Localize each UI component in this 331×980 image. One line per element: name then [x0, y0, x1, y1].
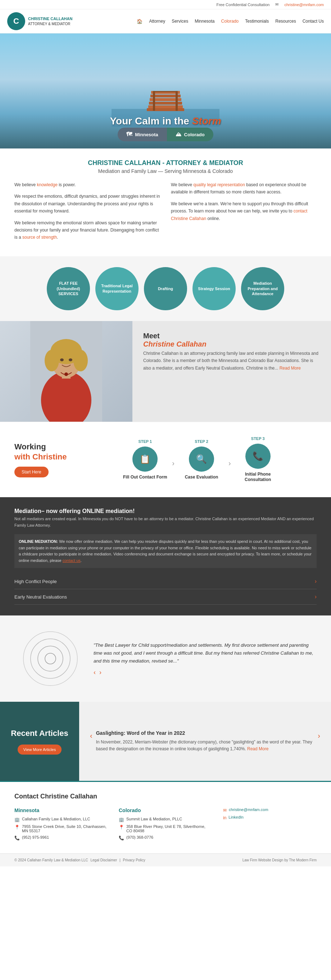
contact-col-co: Colorado 🏢 Summit Law & Mediation, PLLC …: [119, 807, 212, 843]
step-arrow-2: ›: [229, 459, 231, 467]
about-title: CHRISTINE CALLAHAN - ATTORNEY & MEDIATOR: [14, 159, 317, 167]
top-bar: Free Confidential Consultation ✉ christi…: [0, 0, 331, 10]
contact-cols: Minnesota 🏢 Callahan Family Law & Mediat…: [14, 807, 317, 843]
nav-colorado[interactable]: Colorado: [221, 19, 239, 24]
view-articles-button[interactable]: View More Articles: [18, 745, 62, 755]
next-article[interactable]: ›: [318, 732, 320, 740]
nav-services[interactable]: Services: [172, 19, 188, 24]
legal-disclaimer-link[interactable]: Legal Disclaimer: [90, 858, 117, 862]
about-p3: We believe removing the emotional storm …: [14, 219, 160, 241]
contact-linkedin-link[interactable]: LinkedIn: [229, 815, 243, 819]
contact-email-link[interactable]: christine@mnfam.com: [229, 807, 269, 812]
phone-icon-mn: 📞: [14, 835, 20, 840]
nav-minnesota[interactable]: Minnesota: [195, 19, 214, 24]
logo-text: CHRISTINE CALLAHAN ATTORNEY & MEDIATOR: [28, 16, 72, 26]
about-p2: We respect the emotions, difficult dynam…: [14, 193, 160, 215]
article-read-more[interactable]: Read More: [247, 746, 269, 751]
accordion-high-conflict[interactable]: High Conflict People ›: [14, 574, 317, 589]
step-3-icon: 📞: [245, 444, 270, 469]
svg-point-21: [30, 639, 70, 678]
pin-icon-co: 📍: [119, 825, 124, 830]
step-2-icon: 🔍: [189, 447, 214, 472]
quality-link[interactable]: quality legal representation: [193, 182, 245, 187]
logo-initial: C: [13, 16, 19, 26]
article-content: Gaslighting: Word of the Year in 2022 In…: [96, 730, 315, 752]
about-columns: We believe knowledge is power. We respec…: [14, 181, 317, 245]
articles-section: Recent Articles View More Articles ‹ Gas…: [0, 702, 331, 781]
prev-testimonial[interactable]: ‹: [94, 669, 96, 676]
navigation: C CHRISTINE CALLAHAN ATTORNEY & MEDIATOR…: [0, 10, 331, 33]
step-3: STEP 3 📞 Initial Phone Consultation: [235, 436, 281, 483]
contact-mn-phone: 📞 (952) 975-9961: [14, 835, 108, 840]
service-drafting[interactable]: Drafting: [144, 267, 187, 310]
testimonial-text: "The Best Lawyer for Child support/media…: [94, 641, 317, 676]
faq-section: Mediation– now offering ONLINE mediation…: [0, 497, 331, 616]
email-link[interactable]: christine@mnfam.com: [284, 3, 324, 7]
testimonial-quote: "The Best Lawyer for Child support/media…: [94, 641, 317, 665]
service-traditional[interactable]: Traditional Legal Representation: [95, 267, 139, 310]
knowledge-link[interactable]: knowledge: [37, 182, 57, 187]
colorado-icon: ⛰: [176, 131, 181, 138]
services-section: FLAT FEE (Unbundled) SERVICES Traditiona…: [0, 256, 331, 321]
service-mediation-prep[interactable]: Mediation Preparation and Attendance: [241, 267, 284, 310]
read-more-link[interactable]: Read More: [280, 366, 301, 371]
colorado-button[interactable]: ⛰ Colorado: [167, 127, 213, 141]
next-testimonial[interactable]: ›: [99, 669, 101, 676]
contact-link[interactable]: contact Christine Callahan: [171, 208, 307, 221]
meet-bio: Christine Callahan is an attorney practi…: [143, 350, 320, 372]
working-section: Working with Christine Start Here STEP 1…: [0, 422, 331, 497]
minnesota-button[interactable]: 🗺 Minnesota: [118, 127, 166, 141]
email-icon: ✉: [275, 2, 278, 7]
article-text: In November, 2022, Merriam-Webster (the …: [96, 739, 315, 752]
step-3-name: Initial Phone Consultation: [235, 472, 281, 483]
hero-buttons: 🗺 Minnesota ⛰ Colorado: [118, 127, 213, 141]
service-flat-fee[interactable]: FLAT FEE (Unbundled) SERVICES: [47, 267, 90, 310]
step-2-label: STEP 2: [178, 439, 225, 444]
accordion-high-conflict-label: High Conflict People: [14, 579, 57, 584]
contact-col-online: ✉ christine@mnfam.com in LinkedIn: [223, 807, 317, 843]
footer-left: © 2024 Callahan Family Law & Mediation L…: [14, 858, 147, 862]
pin-icon-mn: 📍: [14, 825, 20, 830]
svg-point-17: [60, 358, 64, 361]
step-1-icon: 📋: [133, 447, 158, 472]
meet-heading: Meet Christine Callahan: [143, 332, 320, 348]
step-1: STEP 1 📋 Fill Out Contact Form: [122, 439, 168, 480]
footer: © 2024 Callahan Family Law & Mediation L…: [0, 853, 331, 866]
building-icon: 🏢: [14, 817, 20, 822]
footer-right: Law Firm Website Design by The Modern Fi…: [243, 858, 317, 862]
svg-point-16: [74, 350, 88, 371]
contact-col-mn: Minnesota 🏢 Callahan Family Law & Mediat…: [14, 807, 108, 843]
about-col-2: We believe quality legal representation …: [171, 181, 317, 245]
nav-contact[interactable]: Contact Us: [302, 19, 324, 24]
nav-resources[interactable]: Resources: [275, 19, 296, 24]
article-nav: ‹ Gaslighting: Word of the Year in 2022 …: [90, 730, 320, 752]
contact-co-heading: Colorado: [119, 807, 212, 813]
contact-us-link[interactable]: contact us: [62, 558, 81, 563]
accordion-early-neutral[interactable]: Early Neutral Evaluations ›: [14, 589, 317, 605]
strength-link[interactable]: source of strength: [22, 235, 57, 240]
logo-circle: C: [7, 12, 25, 30]
accordion-early-neutral-arrow: ›: [315, 593, 317, 600]
accordion-early-neutral-label: Early Neutral Evaluations: [14, 594, 67, 600]
about-subtitle: Mediation and Family Law — Serving Minne…: [14, 168, 317, 174]
privacy-policy-link[interactable]: Privacy Policy: [123, 858, 146, 862]
faq-online-box: ONLINE MEDIATION: We now offer online me…: [14, 534, 317, 568]
minnesota-icon: 🗺: [126, 131, 132, 138]
about-p5: We believe we're a team. We're here to s…: [171, 200, 317, 222]
start-here-button[interactable]: Start Here: [14, 467, 49, 477]
building-icon-co: 🏢: [119, 817, 124, 822]
contact-mn-firm: 🏢 Callahan Family Law & Mediation, LLC: [14, 817, 108, 822]
nav-testimonials[interactable]: Testimonials: [245, 19, 269, 24]
online-text: We now offer online mediation. We can he…: [19, 539, 312, 563]
nav-attorney[interactable]: Attorney: [149, 19, 165, 24]
contact-co-firm: 🏢 Summit Law & Mediation, PLLC: [119, 817, 212, 822]
testimonial-section: "The Best Lawyer for Child support/media…: [0, 616, 331, 702]
faq-title: Mediation– now offering ONLINE mediation…: [14, 508, 317, 514]
working-left: Working with Christine Start Here: [14, 442, 86, 477]
step-1-name: Fill Out Contact Form: [122, 474, 168, 480]
email-icon-contact: ✉: [223, 808, 227, 813]
contact-email-item: ✉ christine@mnfam.com: [223, 807, 317, 813]
service-strategy[interactable]: Strategy Session: [192, 267, 236, 310]
about-p1: We believe knowledge is power.: [14, 181, 160, 188]
prev-article[interactable]: ‹: [90, 732, 93, 740]
